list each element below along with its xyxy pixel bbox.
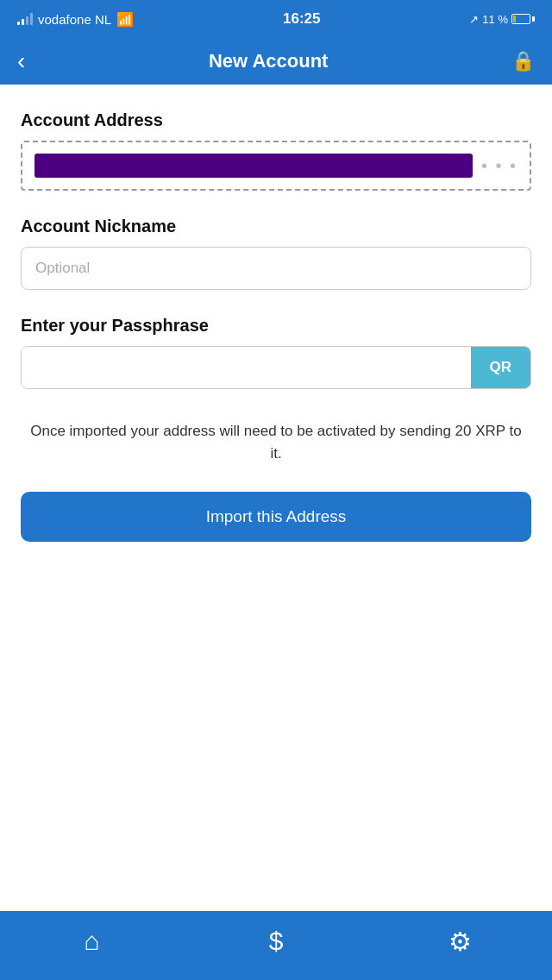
back-button[interactable]: ‹ xyxy=(17,47,25,75)
import-button[interactable]: Import this Address xyxy=(21,492,531,542)
settings-icon: ⚙ xyxy=(448,927,472,957)
signal-icon xyxy=(17,13,33,25)
battery-percent: 11 % xyxy=(482,13,508,26)
status-bar: vodafone NL 📶 16:25 ↗ 11 % xyxy=(0,0,552,38)
account-address-label: Account Address xyxy=(21,110,531,130)
home-icon: ⌂ xyxy=(85,927,100,956)
account-nickname-label: Account Nickname xyxy=(21,217,531,236)
info-text: Once imported your address will need to … xyxy=(21,420,531,466)
address-dots: • • • xyxy=(481,156,518,176)
tab-home[interactable]: ⌂ xyxy=(0,927,184,956)
tab-bar: ⌂ $ ⚙ xyxy=(0,911,552,980)
status-time: 16:25 xyxy=(283,10,320,28)
passphrase-input[interactable] xyxy=(22,347,471,388)
status-right: ↗ 11 % xyxy=(469,13,535,26)
address-redacted-value xyxy=(34,154,473,178)
nav-bar: ‹ New Account 🔒 xyxy=(0,38,552,85)
passphrase-label: Enter your Passphrase xyxy=(21,316,531,336)
passphrase-row: QR xyxy=(21,346,531,389)
nickname-input[interactable] xyxy=(21,247,531,290)
page-title: New Account xyxy=(209,50,329,72)
status-left: vodafone NL 📶 xyxy=(17,11,134,28)
main-content: Account Address • • • Account Nickname E… xyxy=(0,85,552,911)
lock-icon[interactable]: 🔒 xyxy=(511,50,535,72)
dollar-icon: $ xyxy=(269,927,284,956)
wifi-icon: 📶 xyxy=(116,11,134,28)
tab-settings[interactable]: ⚙ xyxy=(368,927,552,957)
qr-button[interactable]: QR xyxy=(471,347,531,388)
carrier-label: vodafone NL xyxy=(38,12,111,27)
battery-icon xyxy=(511,14,535,24)
tab-dollar[interactable]: $ xyxy=(184,927,367,956)
account-address-box[interactable]: • • • xyxy=(21,141,531,191)
location-icon: ↗ xyxy=(469,13,479,26)
